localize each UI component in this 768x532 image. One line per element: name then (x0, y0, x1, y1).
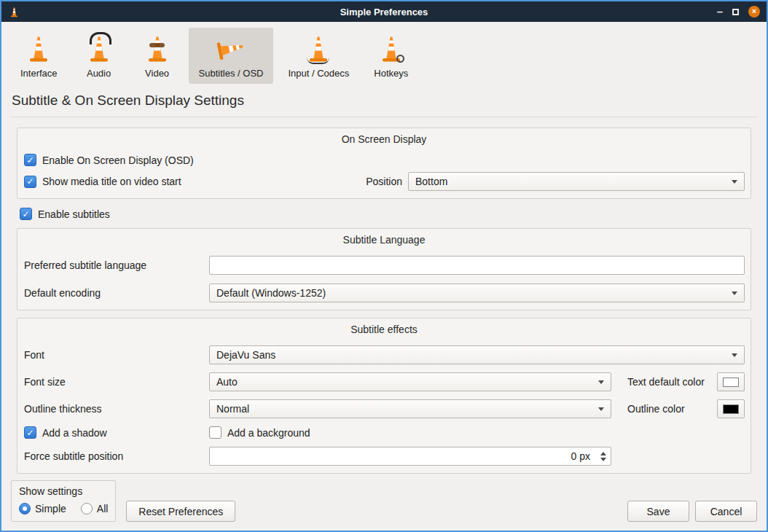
audio-icon (82, 32, 116, 66)
default-encoding-value: Default (Windows-1252) (216, 287, 326, 299)
font-size-label: Font size (24, 376, 209, 388)
radio-all[interactable] (81, 503, 93, 515)
chevron-down-icon (598, 380, 604, 384)
preferred-language-input[interactable] (209, 256, 745, 275)
show-settings-group: Show settings Simple All (11, 480, 116, 522)
default-encoding-select[interactable]: Default (Windows-1252) (209, 283, 745, 302)
add-shadow-label: Add a shadow (42, 427, 107, 439)
show-media-title-checkbox[interactable]: ✓ (24, 176, 36, 188)
chevron-down-icon (732, 180, 737, 184)
radio-all-label: All (97, 503, 109, 515)
toolbar-item-label: Subtitles / OSD (199, 68, 264, 79)
preferred-language-label: Preferred subtitle language (24, 259, 209, 271)
check-icon: ✓ (26, 429, 34, 437)
outline-color-swatch (723, 404, 739, 414)
window-title: Simple Preferences (1, 7, 767, 17)
show-media-title-label: Show media title on video start (42, 176, 181, 187)
check-icon: ✓ (26, 156, 34, 165)
enable-osd-label: Enable On Screen Display (OSD) (42, 154, 194, 166)
cancel-button[interactable]: Cancel (695, 501, 757, 522)
save-button[interactable]: Save (627, 501, 689, 522)
group-on-screen-display: On Screen Display ✓ Enable On Screen Dis… (17, 128, 751, 199)
position-label: Position (366, 176, 402, 187)
vlc-logo-icon (8, 6, 20, 18)
show-settings-title: Show settings (19, 485, 108, 497)
chevron-down-icon (598, 407, 604, 411)
toolbar-item-subtitles-osd[interactable]: Subtitles / OSD (189, 28, 274, 84)
close-button[interactable]: × (748, 6, 760, 17)
preferences-toolbar: Interface Audio Video Subtitles / OSD In… (1, 22, 767, 87)
font-select[interactable]: DejaVu Sans (209, 345, 745, 364)
outline-thickness-select[interactable]: Normal (209, 399, 611, 418)
group-subtitle-language: Subtitle Language Preferred subtitle lan… (17, 228, 751, 310)
chevron-down-icon (732, 292, 737, 295)
chevron-down-icon (732, 353, 737, 357)
enable-osd-checkbox[interactable]: ✓ (24, 154, 36, 166)
toolbar-item-label: Audio (87, 68, 111, 79)
minimize-button[interactable]: – (717, 6, 723, 17)
text-default-color-button[interactable] (717, 372, 745, 391)
outline-thickness-label: Outline thickness (24, 403, 209, 415)
titlebar[interactable]: Simple Preferences – × (1, 1, 767, 22)
restore-button[interactable] (732, 6, 739, 17)
toolbar-item-hotkeys[interactable]: Hotkeys (364, 28, 418, 84)
toolbar-item-label: Video (145, 68, 169, 79)
outline-color-button[interactable] (717, 399, 745, 418)
add-background-label: Add a background (227, 427, 310, 439)
restore-icon (732, 9, 739, 15)
toolbar-item-interface[interactable]: Interface (10, 28, 68, 84)
page-header: Subtitle & On Screen Display Settings (11, 88, 757, 117)
toolbar-item-audio[interactable]: Audio (72, 28, 126, 84)
hotkeys-icon (375, 32, 408, 66)
force-subtitle-position-label: Force subtitle position (24, 450, 209, 462)
group-title: Subtitle Language (23, 232, 745, 249)
toolbar-item-label: Input / Codecs (288, 68, 349, 79)
font-size-value: Auto (216, 376, 238, 388)
add-background-row: Add a background (209, 426, 310, 439)
text-color-swatch (723, 378, 739, 387)
reset-preferences-button[interactable]: Reset Preferences (126, 501, 235, 522)
force-position-spinbox[interactable]: 0 px (209, 447, 611, 466)
radio-dot-icon (23, 506, 27, 511)
footer: Show settings Simple All Reset Preferenc… (1, 480, 767, 531)
page-title: Subtitle & On Screen Display Settings (12, 93, 756, 109)
enable-osd-row: ✓ Enable On Screen Display (OSD) (24, 154, 194, 166)
add-background-checkbox[interactable] (209, 426, 222, 439)
interface-icon (22, 32, 55, 66)
toolbar-item-input-codecs[interactable]: Input / Codecs (278, 28, 359, 84)
spin-down-icon[interactable] (600, 458, 606, 461)
outline-color-label: Outline color (627, 403, 685, 415)
enable-subtitles-row: ✓ Enable subtitles (20, 208, 751, 220)
default-encoding-label: Default encoding (24, 287, 209, 299)
group-subtitle-effects: Subtitle effects Font DejaVu Sans Font s… (17, 318, 751, 474)
enable-subtitles-checkbox[interactable]: ✓ (20, 208, 32, 220)
text-default-color-label: Text default color (627, 376, 705, 388)
preferences-window: Simple Preferences – × Interface Audio V… (0, 0, 768, 532)
font-label: Font (24, 349, 209, 361)
toolbar-item-label: Interface (20, 68, 58, 79)
position-select-value: Bottom (415, 176, 447, 187)
font-size-select[interactable]: Auto (209, 372, 611, 391)
force-position-value: 0 px (210, 450, 596, 462)
subtitles-osd-icon (214, 32, 248, 66)
position-select[interactable]: Bottom (408, 172, 745, 191)
toolbar-item-video[interactable]: Video (130, 28, 184, 84)
radio-simple-label: Simple (35, 503, 66, 515)
outline-thickness-value: Normal (216, 403, 249, 415)
minimize-icon: – (717, 5, 723, 17)
group-title: Subtitle effects (23, 321, 745, 338)
close-icon: × (752, 7, 756, 15)
spin-up-icon[interactable] (600, 452, 606, 455)
add-shadow-row: ✓ Add a shadow (24, 426, 209, 439)
add-shadow-checkbox[interactable]: ✓ (24, 426, 36, 439)
font-select-value: DejaVu Sans (216, 349, 275, 361)
radio-simple[interactable] (19, 503, 31, 515)
group-title: On Screen Display (23, 131, 745, 148)
enable-subtitles-label: Enable subtitles (38, 208, 110, 220)
check-icon: ✓ (26, 177, 34, 186)
input-codecs-icon (302, 32, 335, 66)
video-icon (141, 32, 174, 66)
check-icon: ✓ (22, 210, 29, 219)
settings-content: On Screen Display ✓ Enable On Screen Dis… (1, 117, 767, 474)
show-media-title-row: ✓ Show media title on video start (24, 176, 181, 188)
